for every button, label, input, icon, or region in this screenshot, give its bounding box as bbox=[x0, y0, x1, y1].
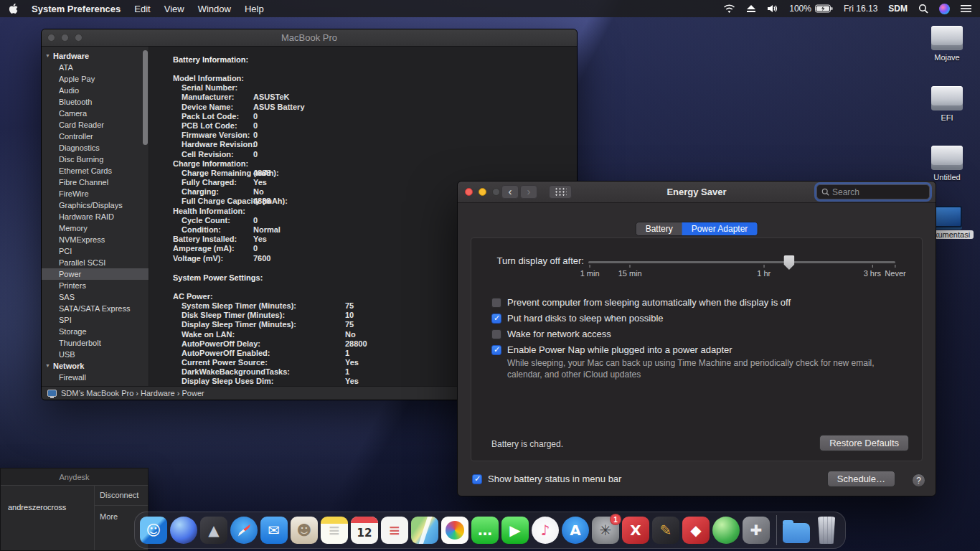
sidebar-item[interactable]: ▼ SPI bbox=[42, 314, 149, 326]
sidebar-item[interactable]: ▼ Firewall bbox=[42, 372, 149, 383]
system-information-titlebar[interactable]: MacBook Pro bbox=[42, 29, 577, 47]
sidebar-item[interactable]: ▼ USB bbox=[42, 349, 149, 360]
sidebar-item[interactable]: ▼ Controller bbox=[42, 131, 149, 142]
volume-icon[interactable] bbox=[767, 4, 778, 13]
close-button[interactable] bbox=[47, 34, 55, 42]
dock-item-siri[interactable] bbox=[170, 516, 197, 545]
search-input[interactable] bbox=[832, 187, 925, 197]
dock-item-mail[interactable]: ✉ bbox=[260, 516, 288, 545]
sidebar-item[interactable]: ▼ Memory bbox=[42, 222, 149, 234]
sidebar-item[interactable]: ▼ ATA bbox=[42, 62, 149, 73]
sidebar-item[interactable]: ▼ Hardware RAID bbox=[42, 211, 149, 222]
sidebar-scrollbar[interactable] bbox=[143, 50, 148, 145]
anydesk-titlebar[interactable]: Anydesk bbox=[1, 468, 148, 486]
dock-item-contacts[interactable]: ☻ bbox=[291, 516, 318, 545]
battery-status[interactable]: 100% bbox=[789, 4, 833, 14]
menu[interactable]: Window bbox=[198, 4, 231, 14]
dock-item-separator[interactable] bbox=[773, 516, 780, 545]
close-button[interactable] bbox=[465, 188, 473, 196]
dock-item-app-red-x[interactable]: X bbox=[622, 516, 649, 545]
dock-item-launchpad[interactable]: ▲ bbox=[200, 516, 227, 545]
schedule-button[interactable]: Schedule… bbox=[827, 471, 895, 487]
minimize-button[interactable] bbox=[61, 34, 69, 42]
search-field[interactable] bbox=[816, 184, 930, 199]
sidebar-item[interactable]: ▼ Storage bbox=[42, 326, 149, 337]
fast-user-switch-menu[interactable]: SDM bbox=[888, 4, 908, 14]
zoom-button[interactable] bbox=[492, 188, 500, 196]
apple-menu-icon[interactable] bbox=[9, 4, 18, 14]
menu[interactable]: Edit bbox=[134, 4, 150, 14]
desktop-icon-efi-volume[interactable]: EFI bbox=[924, 86, 970, 122]
show-all-button[interactable] bbox=[549, 185, 572, 199]
menu[interactable]: View bbox=[164, 4, 184, 14]
dock-item-photos[interactable] bbox=[441, 516, 468, 545]
sidebar-item[interactable]: ▼ Card Reader bbox=[42, 119, 149, 131]
checkbox-row[interactable]: Prevent computer from sleeping automatic… bbox=[491, 297, 898, 308]
more-button[interactable]: More bbox=[100, 512, 118, 521]
dock-item-app-store[interactable]: A bbox=[562, 516, 589, 545]
sidebar-item[interactable]: ▼ Locations bbox=[42, 383, 149, 386]
sidebar-item[interactable]: ▼ Diagnostics bbox=[42, 142, 149, 154]
energy-saver-titlebar[interactable]: ‹ › Energy Saver bbox=[458, 182, 936, 203]
notification-center-icon[interactable] bbox=[961, 4, 971, 13]
dock-item-trash[interactable] bbox=[813, 516, 840, 545]
disclosure-triangle-icon[interactable]: ▼ bbox=[45, 360, 50, 372]
sidebar-item[interactable]: ▼ PCI bbox=[42, 245, 149, 257]
tab[interactable]: Power Adapter bbox=[682, 222, 758, 235]
restore-defaults-button[interactable]: Restore Defaults bbox=[819, 435, 909, 451]
dock-item-maps[interactable] bbox=[411, 516, 438, 545]
forward-button[interactable]: › bbox=[520, 185, 537, 199]
sidebar-item[interactable]: ▼ SAS bbox=[42, 291, 149, 303]
dock-item-downloads-folder[interactable] bbox=[783, 516, 810, 545]
show-battery-status-row[interactable]: Show battery status in menu bar bbox=[472, 474, 621, 484]
anydesk-contact[interactable]: andreszerocross bbox=[8, 503, 66, 512]
dock-item-app-red-diamond[interactable]: ◆ bbox=[682, 516, 710, 545]
sidebar-item[interactable]: ▼ Disc Burning bbox=[42, 154, 149, 165]
checkbox-row[interactable]: Enable Power Nap while plugged into a po… bbox=[491, 344, 898, 380]
dock-item-reminders[interactable]: ≡ bbox=[381, 516, 408, 545]
sidebar-item[interactable]: ▼ Apple Pay bbox=[42, 73, 149, 85]
slider-track[interactable] bbox=[588, 261, 895, 263]
sidebar-item[interactable]: ▼ Graphics/Displays bbox=[42, 199, 149, 211]
minimize-button[interactable] bbox=[479, 188, 486, 196]
siri-icon[interactable] bbox=[939, 4, 950, 14]
sidebar-item[interactable]: ▼ Audio bbox=[42, 85, 149, 96]
checkbox-row[interactable]: Wake for network access bbox=[491, 329, 898, 339]
eject-icon[interactable] bbox=[746, 4, 756, 13]
sidebar-item[interactable]: ▼ Hardware bbox=[42, 50, 149, 62]
dock-item-app-paintbrush[interactable]: ✎ bbox=[652, 516, 679, 545]
sidebar-item[interactable]: ▼ Thunderbolt bbox=[42, 337, 149, 349]
menu[interactable]: Help bbox=[245, 4, 264, 14]
dock-item-messages[interactable]: … bbox=[471, 516, 499, 545]
dock-item-safari[interactable] bbox=[230, 516, 258, 545]
dock-item-calendar[interactable]: 12 bbox=[351, 516, 378, 545]
sidebar-item[interactable]: ▼ Parallel SCSI bbox=[42, 257, 149, 268]
sidebar-item[interactable]: ▼ NVMExpress bbox=[42, 234, 149, 245]
display-off-slider[interactable]: 1 min 15 min 1 hr bbox=[588, 255, 895, 280]
dock-item-app-utility[interactable]: ✚ bbox=[743, 516, 770, 545]
help-button[interactable]: ? bbox=[912, 474, 925, 487]
desktop-icon-mojave-volume[interactable]: Mojave bbox=[924, 26, 970, 62]
tab[interactable]: Battery bbox=[636, 222, 682, 235]
disconnect-button[interactable]: Disconnect bbox=[100, 491, 149, 499]
dock-item-notes[interactable]: ≡ bbox=[321, 516, 348, 545]
desktop-icon-untitled-volume[interactable]: Untitled bbox=[924, 146, 970, 182]
checkbox[interactable] bbox=[491, 345, 501, 355]
sidebar-item[interactable]: ▼ Power bbox=[42, 268, 149, 280]
checkbox[interactable] bbox=[472, 474, 482, 484]
dock-item-facetime[interactable]: ▶ bbox=[501, 516, 529, 545]
sidebar-item[interactable]: ▼ Bluetooth bbox=[42, 96, 149, 108]
spotlight-search-icon[interactable] bbox=[918, 4, 928, 14]
sidebar-item[interactable]: ▼ FireWire bbox=[42, 188, 149, 199]
checkbox-row[interactable]: Put hard disks to sleep when possible bbox=[491, 313, 898, 324]
checkbox[interactable] bbox=[491, 314, 501, 324]
wifi-icon[interactable] bbox=[723, 4, 735, 14]
sidebar-item[interactable]: ▼ Camera bbox=[42, 108, 149, 119]
checkbox[interactable] bbox=[491, 298, 501, 308]
sidebar-item[interactable]: ▼ Ethernet Cards bbox=[42, 165, 149, 176]
slider-thumb[interactable] bbox=[783, 255, 794, 270]
sidebar-item[interactable]: ▼ Fibre Channel bbox=[42, 176, 149, 188]
sidebar-item[interactable]: ▼ Network bbox=[42, 360, 149, 372]
zoom-button[interactable] bbox=[75, 34, 83, 42]
dock-item-itunes[interactable]: ♪ bbox=[532, 516, 559, 545]
